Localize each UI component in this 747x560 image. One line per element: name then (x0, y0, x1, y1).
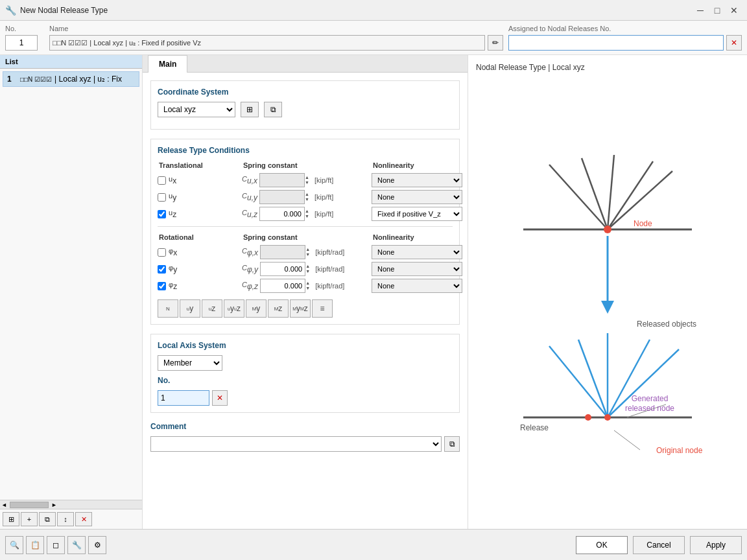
uy-updown[interactable]: ▲▼ (305, 192, 313, 202)
maximize-button[interactable]: □ (709, 3, 725, 18)
uz-spring-input[interactable] (259, 207, 305, 221)
cancel-button[interactable]: Cancel (633, 536, 685, 554)
phiy-nonlin-cell: None (372, 262, 462, 276)
scroll-left-icon[interactable]: ◄ (1, 502, 7, 508)
local-axis-clear-button[interactable]: ✕ (212, 390, 228, 406)
phiy-nonlin-select[interactable]: None (372, 262, 462, 276)
scroll-thumb[interactable] (10, 502, 49, 508)
assigned-input[interactable] (508, 35, 724, 51)
toolbar-uy-fixed[interactable]: uy (180, 299, 200, 318)
coord-section-title: Coordinate System (158, 88, 453, 97)
toolbar-my-fixed[interactable]: My (246, 299, 267, 318)
minimize-button[interactable]: ─ (693, 3, 708, 18)
ux-unit: [kip/ft] (314, 176, 333, 184)
scroll-right-icon[interactable]: ► (51, 502, 57, 508)
diagram-title: Nodal Release Type | Local xyz (476, 63, 739, 72)
phiy-spring-input[interactable] (260, 262, 305, 276)
toolbar-all-fixed[interactable]: N (158, 299, 178, 318)
phix-checkbox[interactable] (158, 248, 166, 257)
phiz-nonlin-select[interactable]: None (372, 279, 462, 293)
toolbar-mz-fixed[interactable]: Mz (268, 299, 289, 318)
svg-line-1 (549, 165, 608, 229)
toolbar-uz-fixed[interactable]: uz (202, 299, 222, 318)
uy-spring-input[interactable] (259, 190, 305, 204)
phiz-checkbox[interactable] (158, 282, 166, 290)
phix-unit: [kipft/rad] (315, 248, 344, 256)
coordinate-system-select[interactable]: Local xyz Global XYZ (158, 102, 235, 117)
phiz-updown[interactable]: ▲▼ (305, 281, 313, 290)
list-copy-button[interactable]: ⧉ (39, 512, 56, 526)
uz-checkbox[interactable] (158, 210, 166, 218)
name-input[interactable] (49, 35, 485, 51)
bottom-view-button[interactable]: ◻ (47, 536, 65, 554)
toolbar-uyuz-fixed[interactable]: uyuz (224, 299, 244, 318)
comment-row: ⧉ (150, 436, 460, 452)
tab-bar: Main (143, 55, 468, 73)
uy-check-cell: uy (158, 191, 242, 204)
svg-text:Release: Release (520, 423, 549, 432)
ux-spring-input[interactable] (259, 173, 305, 187)
uz-spring-cell: Cu,z ▲▼ [kip/ft] (242, 207, 372, 221)
coord-copy-button[interactable]: ⧉ (264, 102, 282, 117)
toolbar-mymz-fixed[interactable]: MyMz (290, 299, 311, 318)
phix-nonlin-cell: None (372, 245, 462, 259)
tab-main[interactable]: Main (148, 55, 187, 73)
comment-copy-button[interactable]: ⧉ (444, 436, 460, 452)
list-delete-button[interactable]: ✕ (75, 512, 92, 526)
phiz-spring-input[interactable] (260, 279, 305, 293)
phiz-spring-cell: Cφ,z ▲▼ [kipft/rad] (242, 279, 372, 293)
phiy-label: φy (169, 264, 177, 274)
toolbar-hinged[interactable]: ≡ (312, 299, 333, 318)
list-add-before-button[interactable]: ⊞ (3, 512, 19, 526)
left-panel: List 1 □□N ☑☑☑ | Local xyz | u₂ : Fix ◄ … (0, 55, 143, 529)
local-axis-no-input[interactable] (158, 390, 209, 406)
bottom-left-icons: 🔍 📋 ◻ 🔧 ⚙ (5, 536, 106, 554)
uz-nonlin-select[interactable]: None Fixed if positive V_z Fixed if nega… (372, 207, 462, 221)
close-button[interactable]: ✕ (726, 3, 742, 18)
phix-spring-input[interactable] (260, 245, 305, 259)
rotational-header: Rotational (158, 232, 242, 242)
ux-checkbox[interactable] (158, 176, 166, 185)
local-axis-select[interactable]: Member (158, 355, 222, 371)
header-assigned-section: Assigned to Nodal Releases No. ✕ (508, 25, 742, 51)
ux-spring-input-wrap: ▲▼ (259, 173, 313, 187)
coord-row: Local xyz Global XYZ ⊞ ⧉ (158, 102, 453, 117)
ok-button[interactable]: OK (576, 536, 628, 554)
uy-spring-label: Cu,y (242, 192, 257, 202)
uy-checkbox[interactable] (158, 193, 166, 202)
horizontal-scrollbar[interactable]: ◄ ► (0, 500, 142, 509)
list-add-button[interactable]: + (21, 512, 38, 526)
phix-updown[interactable]: ▲▼ (305, 247, 313, 257)
no-input[interactable] (5, 35, 38, 51)
uy-nonlin-select[interactable]: None Fixed if positive Fixed if negative (372, 190, 462, 204)
list-icons: □□N ☑☑☑ (20, 76, 52, 83)
uy-label: uy (169, 192, 176, 202)
bottom-table-button[interactable]: 📋 (26, 536, 44, 554)
phiy-checkbox[interactable] (158, 265, 166, 274)
bottom-search-button[interactable]: 🔍 (5, 536, 23, 554)
coord-new-button[interactable]: ⊞ (241, 102, 259, 117)
svg-marker-8 (601, 301, 614, 314)
title-bar: 🔧 New Nodal Release Type ─ □ ✕ (0, 0, 747, 21)
header-row: No. Name ✏ Assigned to Nodal Releases No… (0, 21, 747, 55)
assigned-clear-button[interactable]: ✕ (726, 35, 742, 51)
uz-check-cell: uz (158, 207, 242, 220)
ux-updown[interactable]: ▲▼ (305, 175, 313, 185)
diagram-area: Node Released objects Release (476, 80, 739, 521)
ux-check-cell: ux (158, 174, 242, 187)
ux-nonlin-select[interactable]: None Fixed if positive Fixed if negative (372, 173, 462, 187)
bottom-settings-button[interactable]: ⚙ (88, 536, 106, 554)
list-item[interactable]: 1 □□N ☑☑☑ | Local xyz | u₂ : Fix (3, 71, 139, 87)
phiz-nonlin-cell: None (372, 279, 462, 293)
bottom-tool-button[interactable]: 🔧 (67, 536, 86, 554)
apply-button[interactable]: Apply (690, 536, 742, 554)
comment-select[interactable] (150, 436, 442, 452)
uz-spring-label: Cu,z (242, 209, 257, 219)
name-edit-button[interactable]: ✏ (488, 35, 503, 51)
list-move-button[interactable]: ↕ (57, 512, 74, 526)
phix-nonlin-select[interactable]: None (372, 245, 462, 259)
phiy-updown[interactable]: ▲▼ (305, 264, 313, 274)
nonlinearity-header: Nonlinearity (372, 160, 453, 170)
uz-updown[interactable]: ▲▼ (305, 209, 313, 218)
uy-unit: [kip/ft] (314, 193, 333, 201)
